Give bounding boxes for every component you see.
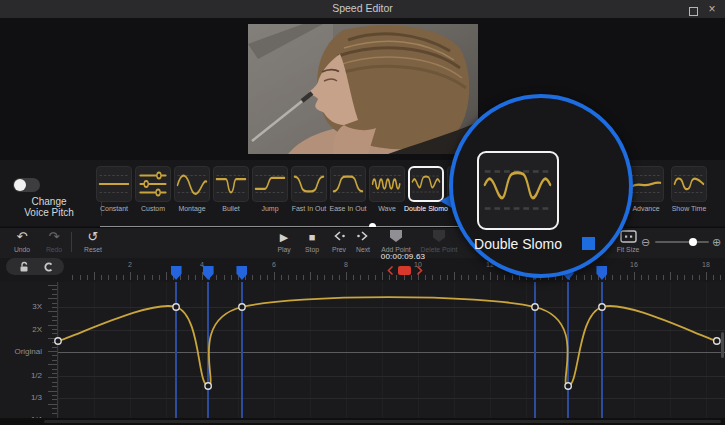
ruler-tick — [94, 272, 95, 280]
ruler-tick — [425, 275, 426, 280]
lock-icon[interactable] — [18, 261, 30, 273]
preset-curve-art — [214, 167, 248, 201]
maximize-icon — [689, 7, 698, 16]
next-button[interactable]: Next — [351, 230, 375, 253]
preset-thumb — [96, 166, 132, 202]
ruler-number: 18 — [698, 261, 714, 268]
curve-point[interactable] — [714, 338, 720, 344]
ruler-tick — [339, 275, 340, 280]
preset-label: Bullet — [209, 205, 253, 212]
ruler-tick — [303, 275, 304, 280]
titlebar: Speed Editor × — [0, 0, 725, 19]
maximize-button[interactable] — [685, 2, 701, 16]
preset-thumb — [174, 166, 210, 202]
next-icon — [351, 230, 375, 244]
voice-pitch-toggle[interactable] — [13, 178, 40, 192]
preset-item-bullet[interactable]: Bullet — [213, 166, 249, 212]
ruler-tick — [483, 275, 484, 280]
preset-item-constant[interactable]: Constant — [96, 166, 132, 212]
ruler-tick — [346, 272, 347, 280]
voice-pitch-label-2: Voice Pitch — [0, 207, 98, 218]
preset-item-show-time[interactable]: Show Time — [671, 166, 707, 212]
prev-button[interactable]: Prev — [327, 230, 351, 253]
curve-point[interactable] — [173, 304, 179, 310]
curve-point[interactable] — [532, 304, 538, 310]
preset-item-jump[interactable]: Jump — [252, 166, 288, 212]
preset-thumb — [330, 166, 366, 202]
ruler-tick — [216, 275, 217, 280]
ruler-tick — [252, 275, 253, 280]
play-icon: ▶ — [271, 230, 297, 244]
ruler-tick — [281, 275, 282, 280]
stop-button[interactable]: ■ Stop — [299, 230, 325, 253]
horizontal-scrollbar[interactable] — [44, 420, 721, 423]
preset-item-wave[interactable]: Wave — [369, 166, 405, 212]
ruler-tick — [188, 275, 189, 280]
playhead-prev-icon[interactable] — [387, 265, 394, 276]
zoom-in-icon[interactable]: ⊕ — [712, 236, 721, 249]
ruler-tick — [224, 275, 225, 280]
ruler-tick — [663, 275, 664, 280]
curve-point[interactable] — [205, 383, 211, 389]
add-point-button[interactable]: + Add Point — [378, 230, 414, 253]
ruler-tick — [195, 275, 196, 280]
play-button[interactable]: ▶ Play — [271, 230, 297, 253]
curve-point[interactable] — [565, 383, 571, 389]
ruler-tick — [130, 272, 131, 280]
curve-mode-icon[interactable] — [42, 261, 54, 273]
ruler-number: 16 — [626, 261, 642, 268]
preset-curve-art — [672, 167, 706, 201]
ruler-tick — [87, 275, 88, 280]
video-preview[interactable] — [248, 24, 478, 154]
preset-thumb — [213, 166, 249, 202]
preset-item-ease-in-out[interactable]: Ease In Out — [330, 166, 366, 212]
voice-pitch-label-1: Change — [0, 196, 98, 207]
preset-thumb — [408, 166, 444, 202]
ruler-tick — [670, 272, 671, 280]
preset-item-custom[interactable]: Custom — [135, 166, 171, 212]
ruler-tick — [267, 275, 268, 280]
zoom-slider-handle[interactable] — [689, 238, 697, 246]
ruler-tick — [116, 275, 117, 280]
zoom-slider-track[interactable] — [655, 241, 709, 243]
ruler-tick — [656, 275, 657, 280]
preset-item-double-slomo[interactable]: Double Slomo — [408, 166, 444, 212]
preset-label: Wave — [365, 205, 409, 212]
ruler-tick — [440, 275, 441, 280]
preset-item-montage[interactable]: Montage — [174, 166, 210, 212]
ruler-tick — [144, 275, 145, 280]
add-point-icon: + — [378, 230, 414, 244]
toggle-knob-icon — [14, 179, 26, 191]
ruler-tick — [411, 275, 412, 280]
right-scroll-nub[interactable] — [721, 332, 724, 358]
ruler-tick — [353, 275, 354, 280]
ruler-tick — [274, 272, 275, 280]
ruler-tick — [159, 275, 160, 280]
preset-item-fast-in-out[interactable]: Fast In Out — [291, 166, 327, 212]
ruler-tick — [447, 275, 448, 280]
playhead-head-icon[interactable] — [398, 266, 411, 275]
ruler-tick — [576, 275, 577, 280]
ruler-tick — [620, 275, 621, 280]
playhead-next-icon[interactable] — [416, 265, 423, 276]
curve-point[interactable] — [599, 304, 605, 310]
preset-label: Show Time — [667, 205, 711, 212]
preset-label: Double Slomo — [404, 205, 448, 212]
ruler-tick — [368, 275, 369, 280]
curve-point[interactable] — [55, 338, 61, 344]
ruler-tick — [512, 275, 513, 280]
curve-point[interactable] — [239, 304, 245, 310]
redo-button[interactable]: ↷ Redo — [40, 230, 68, 253]
ruler-tick — [317, 275, 318, 280]
magnified-preset-thumb[interactable] — [477, 151, 559, 230]
close-button[interactable]: × — [704, 2, 720, 16]
ruler-tick — [684, 275, 685, 280]
zoom-out-icon[interactable]: ⊖ — [641, 236, 650, 249]
preset-label: Jump — [248, 205, 292, 212]
reset-button[interactable]: ↺ Reset — [79, 230, 107, 253]
speed-curve[interactable] — [0, 282, 725, 418]
preset-item-advance[interactable]: Advance — [628, 166, 664, 212]
undo-button[interactable]: ↶ Undo — [8, 230, 36, 253]
ruler-tick — [476, 275, 477, 280]
ruler-tick — [296, 275, 297, 280]
